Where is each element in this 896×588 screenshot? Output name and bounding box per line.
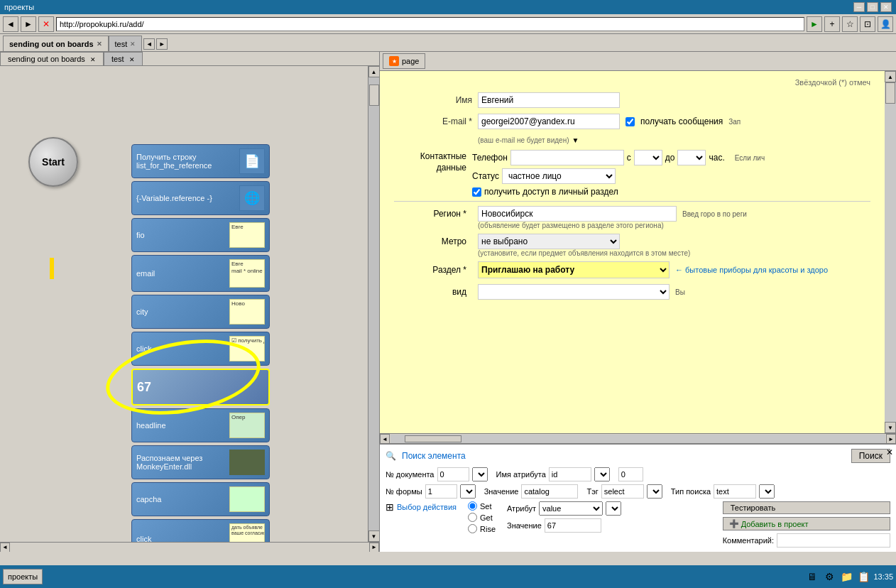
search-label[interactable]: Поиск элемента [402, 451, 466, 461]
block-capcha[interactable]: capcha [131, 482, 270, 516]
razdel-link[interactable]: ← бытовые приборы для красоты и здоро [675, 266, 828, 274]
rise-radio[interactable] [468, 524, 477, 533]
tag-input[interactable] [601, 484, 644, 499]
set-radio[interactable] [468, 501, 477, 511]
access-checkbox[interactable] [472, 187, 481, 197]
hscroll-thumb[interactable] [405, 435, 461, 442]
right-scroll-down[interactable]: ▼ [885, 422, 896, 433]
form-num-input[interactable] [425, 484, 457, 499]
block-city[interactable]: city Ново [131, 295, 270, 329]
phone-to-select[interactable] [677, 150, 706, 165]
hscroll-track[interactable] [390, 435, 885, 443]
taskbar-item[interactable]: проекты [3, 569, 43, 584]
action-label[interactable]: Выбор действия [397, 503, 457, 511]
attr-name-select[interactable] [594, 467, 610, 481]
auto-tab-close[interactable]: ✕ [90, 56, 96, 63]
stop-btn[interactable]: ✕ [38, 16, 54, 32]
minimize-btn[interactable]: ─ [853, 2, 865, 12]
add-to-project-button[interactable]: ➕ Добавить в проект [723, 517, 890, 530]
right-scroll-thumb[interactable] [885, 82, 895, 104]
metro-select[interactable]: не выбрано [478, 234, 620, 249]
phone-input[interactable] [510, 150, 624, 165]
block-variable-ref[interactable]: {-Variable.reference -} 🌐 [131, 181, 270, 215]
forward-btn[interactable]: ► [21, 16, 36, 32]
hscroll-right[interactable]: ► [886, 434, 896, 444]
email-dropdown-icon[interactable]: ▼ [572, 136, 579, 144]
doc-num-input[interactable] [437, 467, 469, 481]
user-btn[interactable]: 👤 [878, 16, 893, 32]
go-btn[interactable]: ► [807, 16, 822, 32]
scroll-thumb[interactable] [369, 85, 379, 106]
right-scrollbar[interactable]: ▲ ▼ [885, 71, 896, 433]
attr-num-input[interactable] [618, 467, 643, 481]
value-input[interactable] [521, 484, 578, 499]
taskbar-icon-1[interactable]: 🖥 [805, 570, 819, 584]
vid-select[interactable] [478, 284, 670, 300]
value2-input[interactable] [545, 518, 601, 533]
attr-select[interactable]: value [539, 501, 603, 516]
tab-test[interactable]: test ✕ [109, 36, 143, 51]
value-label: Значение [484, 487, 519, 496]
left-panel-scrollbar[interactable]: ▲ ▼ [368, 66, 379, 542]
form-num-select[interactable] [460, 484, 476, 499]
tag-select[interactable] [647, 484, 662, 499]
razdel-row: Раздел * Приглашаю на работу ← бытовые п… [394, 261, 870, 278]
maximize-btn[interactable]: □ [867, 2, 878, 12]
auto-tab-sending[interactable]: sending out on boards ✕ [0, 52, 104, 65]
block-monkeyenter[interactable]: Распознаем через MonkeyEnter.dll [131, 445, 270, 479]
taskbar-icon-2[interactable]: ⚙ [822, 570, 836, 584]
attr-name-input[interactable] [549, 467, 591, 481]
right-scroll-track[interactable] [885, 82, 896, 422]
auto-tab-close[interactable]: ✕ [129, 56, 135, 63]
page-icon: ★ [389, 56, 399, 66]
add-bookmark-btn[interactable]: + [824, 16, 840, 32]
hscroll-left-btn[interactable]: ◄ [0, 543, 10, 552]
block-click2[interactable]: click дать объявлеваше согласие о Пр [131, 519, 270, 542]
comment-row: Комментарий: [723, 533, 890, 548]
scroll-track[interactable] [368, 77, 380, 530]
block-click[interactable]: click ☑ получить до [131, 332, 270, 366]
search-type-input[interactable] [714, 484, 756, 499]
url-input[interactable] [56, 17, 804, 31]
back-btn[interactable]: ◄ [3, 16, 18, 32]
hscroll-left[interactable]: ◄ [380, 434, 390, 444]
block-headline[interactable]: headline Опер [131, 408, 270, 442]
tab-prev-btn[interactable]: ◄ [143, 38, 155, 50]
razdel-select[interactable]: Приглашаю на работу [478, 261, 670, 278]
right-scroll-up[interactable]: ▲ [885, 71, 896, 82]
start-button[interactable]: Start [28, 137, 78, 187]
tab-close-btn[interactable]: ✕ [130, 40, 136, 48]
tab-close-btn[interactable]: ✕ [97, 40, 102, 48]
search-type-select[interactable] [759, 484, 775, 499]
attr-select2[interactable] [606, 501, 621, 516]
hscroll-right-btn[interactable]: ► [369, 543, 379, 552]
test-button[interactable]: Тестировать [723, 501, 890, 514]
search-panel-close[interactable]: ✕ [886, 447, 893, 457]
page-tab[interactable]: ★ page [383, 53, 425, 69]
block-67[interactable]: 67 [131, 369, 270, 405]
search-button[interactable]: Поиск [851, 449, 890, 463]
tab-sending-out[interactable]: sending out on boards ✕ [3, 36, 109, 51]
phone-from-select[interactable] [634, 150, 662, 165]
page-form: Звёздочкой (*) отмеч Имя E-mail * получа… [380, 71, 885, 312]
get-radio[interactable] [468, 513, 477, 522]
name-input[interactable] [478, 92, 620, 108]
close-btn[interactable]: ✕ [880, 2, 892, 12]
block-email[interactable]: email Евгеmail * online [131, 255, 270, 292]
block-fio[interactable]: fio Евге [131, 218, 270, 252]
block-get-string[interactable]: Получить строку list_for_the_reference 📄 [131, 144, 270, 178]
auto-tab-test[interactable]: test ✕ [104, 52, 143, 65]
comment-input[interactable] [777, 533, 890, 548]
taskbar-icon-3[interactable]: 📁 [839, 570, 853, 584]
scroll-down-btn[interactable]: ▼ [368, 530, 380, 542]
tab-next-btn[interactable]: ► [156, 38, 168, 50]
email-input[interactable] [478, 114, 620, 129]
bookmark-btn[interactable]: ☆ [842, 16, 858, 32]
taskbar-icon-4[interactable]: 📋 [856, 570, 870, 584]
history-btn[interactable]: ⊡ [860, 16, 875, 32]
scroll-up-btn[interactable]: ▲ [368, 66, 380, 77]
region-input[interactable] [478, 206, 677, 222]
doc-num-select[interactable] [472, 467, 488, 481]
status-select[interactable]: частное лицо [502, 168, 616, 184]
receive-messages-checkbox[interactable] [625, 117, 635, 126]
